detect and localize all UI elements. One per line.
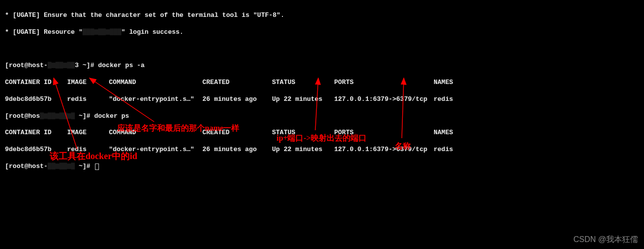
table-header-row: CONTAINER IDIMAGECOMMANDCREATEDSTATUSPOR… <box>5 79 639 87</box>
annotation-names-label: 名称 <box>395 141 411 152</box>
annotation-image-label: 应该是名字和最后的那个name一样 <box>117 123 239 134</box>
cell-ports: 127.0.0.1:6379->6379/tcp <box>334 146 434 154</box>
header-line-2: * [UGATE] Resource "███ ██ ███" login su… <box>5 28 639 37</box>
col-header-names: NAMES <box>434 79 453 87</box>
cursor-icon <box>95 164 99 170</box>
prompt-line-3[interactable]: [root@host-██ ██ █ ~]# <box>5 163 639 171</box>
cell-created: 26 minutes ago <box>202 95 272 104</box>
command-text: docker ps -a <box>98 62 145 69</box>
cell-image: redis <box>67 95 109 104</box>
col-header-status: STATUS <box>272 79 334 87</box>
col-header-container-id: CONTAINER ID <box>5 79 67 87</box>
prompt-line-2: [root@hos█ ██ ██ █ ~]# docker ps <box>5 112 639 121</box>
cell-names: redis <box>434 95 453 104</box>
cell-container-id: 9debc8d6b57b <box>5 95 67 104</box>
watermark: CSDN @我本狂儒 <box>573 235 638 245</box>
col-header-image: IMAGE <box>67 79 109 87</box>
header-line-1: * [UGATE] Ensure that the character set … <box>5 11 639 20</box>
col-header-container-id: CONTAINER ID <box>5 129 67 137</box>
col-header-image: IMAGE <box>67 129 109 137</box>
col-header-names: NAMES <box>434 129 453 137</box>
cell-command: "docker-entrypoint.s…" <box>109 95 202 104</box>
redacted-text: █ ██ ██ <box>48 63 75 68</box>
col-header-ports: PORTS <box>334 79 434 87</box>
redacted-text: █ ██ ██ █ <box>40 113 75 119</box>
cell-ports: 127.0.0.1:6379->6379/tcp <box>334 95 434 104</box>
table-row: 9debc8d6b57bredis"docker-entrypoint.s…"2… <box>5 95 639 104</box>
annotation-id-label: 该工具在docker中的id <box>50 150 137 162</box>
cell-status: Up 22 minutes <box>272 146 334 154</box>
col-header-command: COMMAND <box>109 79 202 87</box>
col-header-created: CREATED <box>202 79 272 87</box>
cell-created: 26 minutes ago <box>202 146 272 154</box>
command-text: docker ps <box>94 112 129 120</box>
prompt-line-1: [root@host-█ ██ ██3 ~]# docker ps -a <box>5 62 639 70</box>
redacted-text: ██ ██ █ <box>48 164 75 169</box>
cell-names: redis <box>434 146 453 154</box>
redacted-text: ███ ██ ███ <box>83 29 121 35</box>
cell-status: Up 22 minutes <box>272 95 334 104</box>
annotation-ports-label: ip+端口->映射出去的端口 <box>276 133 367 144</box>
